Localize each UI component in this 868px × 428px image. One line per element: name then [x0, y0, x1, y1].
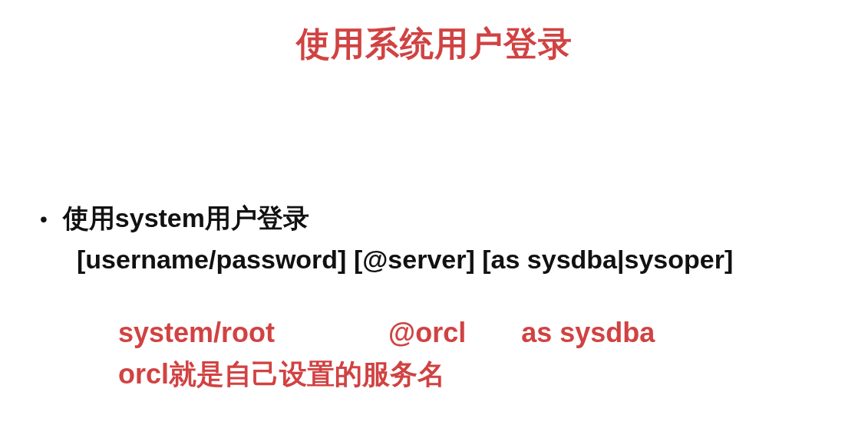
example-line-2: orcl就是自己设置的服务名: [118, 354, 733, 394]
body-line-2: [username/password] [@server] [as sysdba…: [77, 239, 733, 279]
example-block: system/root@orclas sysdba orcl就是自己设置的服务名: [118, 313, 733, 394]
example-credentials: system/root: [118, 317, 275, 348]
bullet-item: • 使用system用户登录: [40, 198, 733, 238]
example-role: as sysdba: [521, 317, 655, 348]
example-server: @orcl: [388, 317, 466, 348]
example-line-1: system/root@orclas sysdba: [118, 313, 733, 353]
body-line-1: 使用system用户登录: [63, 198, 309, 238]
slide-title: 使用系统用户登录: [0, 0, 868, 67]
bullet-marker: •: [40, 201, 48, 238]
slide-content: • 使用system用户登录 [username/password] [@ser…: [40, 198, 733, 394]
